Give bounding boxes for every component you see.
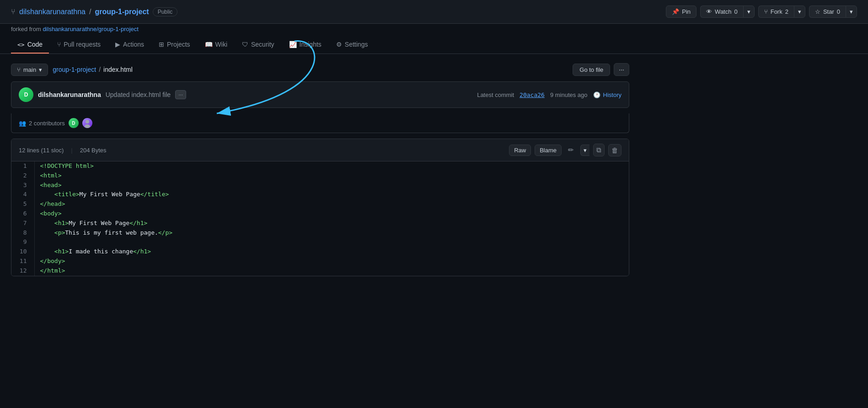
eye-icon: 👁 (706, 8, 712, 15)
line-number[interactable]: 4 (11, 190, 34, 199)
copy-button[interactable]: ⧉ (593, 144, 605, 156)
star-icon: ☆ (815, 8, 820, 15)
fork-count: 2 (785, 8, 788, 15)
line-number[interactable]: 3 (11, 181, 34, 190)
commit-time: 9 minutes ago (550, 91, 588, 98)
table-row: 3<head> (11, 181, 629, 190)
line-code: </body> (34, 257, 629, 266)
repo-owner-link[interactable]: dilshankarunarathna (19, 8, 86, 16)
history-icon: 🕐 (593, 91, 600, 98)
more-options-button[interactable]: ··· (614, 63, 629, 76)
breadcrumb-sep: / (99, 66, 101, 73)
table-row: 11</body> (11, 257, 629, 266)
code-lines-label: 12 lines (11 sloc) (19, 147, 64, 154)
watch-count: 0 (734, 8, 737, 15)
code-meta: 12 lines (11 sloc) | 204 Bytes (19, 147, 107, 154)
go-to-file-button[interactable]: Go to file (573, 64, 610, 76)
star-dropdown[interactable]: ▾ (846, 5, 857, 18)
line-code: <title>My First Web Page</title> (34, 190, 629, 199)
watch-button[interactable]: 👁 Watch 0 (700, 5, 743, 18)
tab-insights[interactable]: 📈 Insights (283, 36, 328, 54)
settings-icon: ⚙ (336, 41, 342, 48)
repo-separator: / (89, 8, 91, 16)
projects-icon: ⊞ (159, 41, 164, 48)
line-number[interactable]: 10 (11, 247, 34, 257)
edit-dropdown-left[interactable]: ▾ (580, 145, 589, 156)
breadcrumb: group-1-project / index.html (53, 66, 133, 73)
repo-icon: ⑂ (11, 8, 16, 16)
page-header: ⑂ dilshankarunarathna / group-1-project … (0, 0, 868, 24)
tab-wiki[interactable]: 📖 Wiki (198, 36, 234, 54)
table-row: 2<html> (11, 171, 629, 181)
file-nav-row: ⑂ main ▾ group-1-project / index.html Go… (11, 63, 629, 76)
line-code: </html> (34, 266, 629, 276)
line-number[interactable]: 6 (11, 209, 34, 219)
commit-badge[interactable]: ··· (175, 90, 186, 99)
line-number[interactable]: 8 (11, 228, 34, 238)
edit-icon-button[interactable]: ✏ (565, 144, 577, 156)
line-number[interactable]: 9 (11, 237, 34, 247)
delete-button[interactable]: 🗑 (608, 144, 622, 156)
repo-name-link[interactable]: group-1-project (95, 8, 149, 16)
fork-button[interactable]: ⑂ Fork 2 (758, 5, 794, 18)
code-annotation-container: 12 lines (11 sloc) | 204 Bytes Raw Blame… (11, 139, 629, 276)
history-link[interactable]: 🕐 History (593, 91, 622, 98)
pin-label: Pin (682, 8, 691, 15)
line-number[interactable]: 1 (11, 161, 34, 171)
branch-name: main (23, 66, 36, 73)
pin-button[interactable]: 📌 Pin (666, 5, 697, 18)
code-icon: <> (17, 41, 25, 48)
contributor-avatar-2[interactable] (82, 118, 92, 128)
line-number[interactable]: 11 (11, 257, 34, 266)
wiki-icon: 📖 (205, 41, 213, 48)
author-avatar[interactable]: D (19, 87, 33, 102)
line-code: <h1>My First Web Page</h1> (34, 219, 629, 228)
fork-source-link[interactable]: dilshankarunarathne/group-1-project (43, 26, 139, 32)
star-button[interactable]: ☆ Star 0 (809, 5, 846, 18)
fork-dropdown[interactable]: ▾ (794, 5, 805, 18)
security-icon: 🛡 (242, 41, 248, 48)
main-content: ⑂ main ▾ group-1-project / index.html Go… (0, 54, 640, 285)
repo-nav: <> Code ⑂ Pull requests ▶ Actions ⊞ Proj… (0, 36, 868, 54)
commit-left: D dilshankarunarathna Updated index.html… (19, 87, 186, 102)
tab-actions[interactable]: ▶ Actions (109, 36, 150, 54)
watch-dropdown[interactable]: ▾ (743, 5, 755, 18)
blame-button[interactable]: Blame (535, 145, 562, 156)
tab-pull-requests[interactable]: ⑂ Pull requests (51, 36, 107, 54)
commit-author[interactable]: dilshankarunarathna (38, 91, 101, 98)
pin-group: 📌 Pin (666, 5, 697, 18)
contributor-avatar-1[interactable]: D (69, 118, 79, 128)
insights-icon: 📈 (289, 41, 297, 48)
code-table: 1<!DOCTYPE html>2<html>3<head>4 <title>M… (11, 161, 629, 276)
commit-hash-link[interactable]: 20aca26 (520, 91, 545, 98)
header-actions: 📌 Pin 👁 Watch 0 ▾ ⑂ Fork 2 ▾ ☆ (666, 5, 857, 18)
code-actions: Raw Blame ✏ ▾ ⧉ 🗑 (509, 144, 622, 156)
breadcrumb-repo-link[interactable]: group-1-project (53, 66, 96, 73)
line-code: <h1>I made this change</h1> (34, 247, 629, 257)
actions-icon: ▶ (115, 41, 120, 48)
branch-selector[interactable]: ⑂ main ▾ (11, 64, 48, 76)
line-number[interactable]: 5 (11, 199, 34, 209)
line-number[interactable]: 12 (11, 266, 34, 276)
table-row: 6<body> (11, 209, 629, 219)
tab-settings[interactable]: ⚙ Settings (330, 36, 375, 54)
svg-point-1 (85, 124, 90, 128)
contributors-icon: 👥 (19, 120, 26, 127)
commit-message: Updated index.html file (106, 91, 171, 98)
star-group: ☆ Star 0 ▾ (809, 5, 857, 18)
line-number[interactable]: 2 (11, 171, 34, 181)
raw-button[interactable]: Raw (509, 145, 531, 156)
history-label: History (603, 91, 622, 98)
line-code: <html> (34, 171, 629, 181)
table-row: 1<!DOCTYPE html> (11, 161, 629, 171)
tab-code[interactable]: <> Code (11, 36, 49, 54)
line-code: <head> (34, 181, 629, 190)
line-code: <body> (34, 209, 629, 219)
table-row: 8 <p>This is my first web page.</p> (11, 228, 629, 238)
file-nav-actions: Go to file ··· (573, 63, 629, 76)
tab-security[interactable]: 🛡 Security (236, 36, 281, 54)
line-number[interactable]: 7 (11, 219, 34, 228)
commit-info-box: D dilshankarunarathna Updated index.html… (11, 81, 629, 108)
line-code: <p>This is my first web page.</p> (34, 228, 629, 238)
tab-projects[interactable]: ⊞ Projects (152, 36, 197, 54)
